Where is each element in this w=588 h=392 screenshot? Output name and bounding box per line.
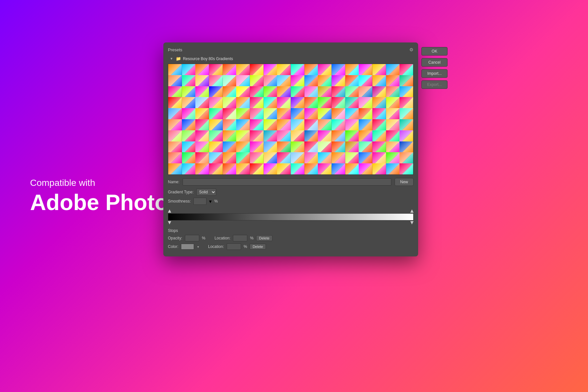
smoothness-row: Smoothness: 100 ▾ % [168,198,414,205]
opacity-input[interactable] [185,235,199,241]
gradient-bar-top [168,209,414,213]
opacity-percent: % [202,236,205,240]
right-stop-bottom[interactable] [410,221,414,224]
opacity-location-percent: % [250,236,253,240]
presets-header: Presets ⚙ [168,47,414,52]
percent-label: % [214,199,218,204]
gradient-cell[interactable] [400,163,413,175]
gradient-type-row: Gradient Type: Solid Noise [168,188,414,196]
cancel-button[interactable]: Cancel [421,58,448,67]
name-label: Name: [168,180,179,184]
gradient-cell[interactable] [345,163,359,175]
gradient-type-label: Gradient Type: [168,190,194,194]
gradient-cell[interactable] [277,163,291,175]
left-stop-bottom[interactable] [168,221,171,224]
opacity-stops-row: Opacity: % Location: % Delete [168,235,414,241]
export-button: Export... [421,80,448,89]
dialog-inner: OK Cancel Import... Export... Presets ⚙ … [163,42,418,256]
smoothness-unit: ▾ [209,198,212,204]
gradient-bar-section [168,209,414,224]
color-stops-row: Color: ▾ Location: % Delete [168,243,414,250]
gradient-cell[interactable] [264,163,277,175]
name-row: Name: New [168,178,414,186]
color-delete-button[interactable]: Delete [250,244,266,250]
new-button[interactable]: New [395,178,414,186]
gradient-cell[interactable] [386,163,400,175]
gradient-bar[interactable] [168,213,414,220]
opacity-location-label: Location: [215,236,231,240]
gradient-cell[interactable] [195,163,209,175]
color-label: Color: [168,244,178,249]
color-swatch[interactable] [181,244,194,250]
stops-title: Stops [168,228,414,233]
color-location-percent: % [244,244,247,249]
gradient-cell[interactable] [372,163,386,175]
gradient-type-select[interactable]: Solid Noise [196,188,216,196]
right-buttons-panel: OK Cancel Import... Export... [421,47,448,89]
gradient-cell[interactable] [318,163,332,175]
gradient-cell[interactable] [359,163,372,175]
gradient-cell[interactable] [223,163,237,175]
gradient-editor-dialog: OK Cancel Import... Export... Presets ⚙ … [163,42,418,256]
gradient-cell[interactable] [291,163,304,175]
gradient-grid [168,64,413,174]
name-input[interactable] [183,178,391,186]
left-stop-top[interactable] [168,209,171,213]
stops-section: Stops Opacity: % Location: % Delete Colo… [168,228,414,252]
gradient-grid-container [168,64,414,175]
smoothness-input[interactable]: 100 [193,198,206,205]
opacity-delete-button[interactable]: Delete [256,235,272,241]
gear-icon[interactable]: ⚙ [409,47,414,52]
color-location-label: Location: [208,244,224,249]
opacity-label: Opacity: [168,236,182,240]
opacity-location-input[interactable] [233,235,247,241]
smoothness-label: Smoothness: [168,199,191,204]
gradient-cell[interactable] [236,163,250,175]
folder-row[interactable]: ▼ 📁 Resource Boy 80s Gradients [168,55,414,62]
import-button[interactable]: Import... [421,69,448,78]
ok-button[interactable]: OK [421,47,448,56]
color-location-input[interactable] [227,243,241,250]
gradient-cell[interactable] [168,163,182,175]
gradient-cell[interactable] [332,163,345,175]
right-stop-top[interactable] [410,209,414,213]
gradient-cell[interactable] [250,163,264,175]
color-dropdown-icon[interactable]: ▾ [197,245,199,249]
presets-label: Presets [168,47,182,52]
gradient-cell[interactable] [182,163,196,175]
chevron-down-icon: ▼ [170,57,173,60]
gradient-bar-bottom [168,221,414,224]
folder-name: Resource Boy 80s Gradients [183,57,233,61]
gradient-cell[interactable] [209,163,223,175]
gradient-cell[interactable] [304,163,318,175]
folder-icon: 📁 [176,56,181,61]
